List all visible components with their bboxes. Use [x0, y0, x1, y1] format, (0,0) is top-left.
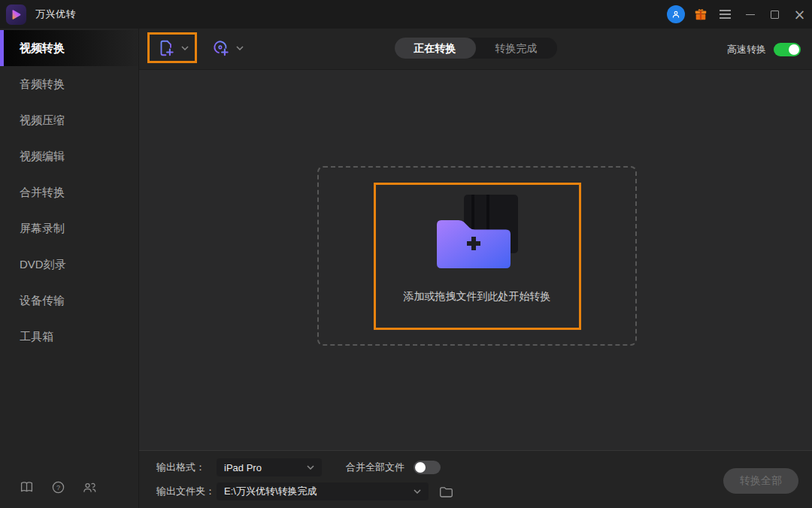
chevron-down-icon: [236, 46, 244, 50]
add-disc-icon: [211, 38, 231, 58]
app-title: 万兴优转: [35, 8, 76, 21]
sidebar-item-video-compress[interactable]: 视频压缩: [0, 102, 138, 138]
minimize-button[interactable]: [738, 0, 762, 29]
sidebar-item-toolbox[interactable]: 工具箱: [0, 319, 138, 355]
titlebar-left: 万兴优转: [0, 5, 76, 25]
sidebar: 视频转换 音频转换 视频压缩 视频编辑 合并转换 屏幕录制 DVD刻录 设备传输…: [0, 29, 139, 508]
account-avatar-icon[interactable]: [663, 0, 688, 29]
sidebar-footer: ?: [19, 479, 97, 494]
output-format-row: 输出格式： iPad Pro 合并全部文件: [139, 458, 812, 476]
high-speed-toggle[interactable]: [774, 43, 801, 56]
sidebar-item-label: 视频编辑: [20, 150, 65, 164]
main-row: 视频转换 音频转换 视频压缩 视频编辑 合并转换 屏幕录制 DVD刻录 设备传输…: [0, 29, 812, 508]
browse-folder-icon[interactable]: [439, 485, 453, 498]
sidebar-item-merge-convert[interactable]: 合并转换: [0, 174, 138, 210]
output-folder-select[interactable]: E:\万兴优转\转换完成: [217, 482, 429, 500]
output-folder-value: E:\万兴优转\转换完成: [224, 485, 317, 498]
convert-status-tabs: 正在转换 转换完成: [395, 38, 557, 59]
chevron-down-icon: [181, 46, 189, 50]
add-file-icon: [156, 38, 176, 58]
toolbar: 正在转换 转换完成 高速转换: [139, 29, 812, 70]
app-window: 万兴优转: [0, 0, 812, 508]
tab-converting[interactable]: 正在转换: [395, 38, 476, 59]
sidebar-item-video-convert[interactable]: 视频转换: [0, 30, 138, 66]
tab-finished[interactable]: 转换完成: [476, 38, 557, 59]
output-folder-row: 输出文件夹： E:\万兴优转\转换完成: [139, 482, 812, 500]
hamburger-menu-icon[interactable]: [713, 0, 738, 29]
sidebar-item-video-edit[interactable]: 视频编辑: [0, 138, 138, 174]
sidebar-item-device-transfer[interactable]: 设备传输: [0, 283, 138, 319]
add-file-button[interactable]: [147, 32, 197, 63]
add-folder-icon: [437, 195, 518, 268]
gift-icon[interactable]: [688, 0, 713, 29]
add-dvd-button[interactable]: [211, 36, 244, 60]
output-format-value: iPad Pro: [224, 462, 262, 473]
chevron-down-icon: [414, 489, 421, 494]
community-icon[interactable]: [82, 479, 97, 494]
sidebar-item-label: 合并转换: [20, 186, 65, 200]
convert-all-button[interactable]: 转换全部: [723, 468, 798, 494]
user-guide-book-icon[interactable]: [19, 479, 34, 494]
sidebar-item-dvd-burn[interactable]: DVD刻录: [0, 246, 138, 283]
maximize-button[interactable]: [762, 0, 787, 29]
sidebar-item-label: 音频转换: [20, 77, 65, 92]
sidebar-item-label: DVD刻录: [20, 258, 66, 272]
app-logo-icon: [6, 5, 26, 25]
titlebar: 万兴优转: [0, 0, 812, 29]
svg-text:?: ?: [56, 483, 59, 491]
high-speed-group: 高速转换: [727, 29, 801, 70]
dropzone-highlight-box: 添加或拖拽文件到此处开始转换: [374, 183, 581, 330]
sidebar-item-label: 工具箱: [20, 330, 53, 344]
sidebar-item-label: 设备传输: [20, 294, 65, 308]
close-button[interactable]: ×: [787, 0, 812, 29]
sidebar-item-label: 屏幕录制: [20, 222, 65, 236]
content-column: 正在转换 转换完成 高速转换: [139, 29, 812, 508]
sidebar-item-audio-convert[interactable]: 音频转换: [0, 66, 138, 102]
bottom-bar: 输出格式： iPad Pro 合并全部文件 输出文件夹： E:\万兴优转\转换完…: [139, 450, 812, 508]
dropzone[interactable]: 添加或拖拽文件到此处开始转换: [317, 166, 637, 346]
merge-all-label: 合并全部文件: [346, 461, 404, 474]
chevron-down-icon: [307, 465, 314, 470]
output-format-label: 输出格式：: [156, 461, 217, 474]
output-format-select[interactable]: iPad Pro: [217, 458, 322, 476]
merge-all-toggle[interactable]: [414, 461, 441, 474]
toggle-knob: [789, 44, 799, 55]
output-folder-label: 输出文件夹：: [156, 485, 217, 498]
dropzone-hint: 添加或拖拽文件到此处开始转换: [404, 290, 551, 304]
main-content: 添加或拖拽文件到此处开始转换: [139, 70, 812, 450]
help-icon[interactable]: ?: [50, 479, 65, 494]
sidebar-item-screen-record[interactable]: 屏幕录制: [0, 210, 138, 246]
sidebar-item-label: 视频转换: [20, 41, 65, 56]
sidebar-item-label: 视频压缩: [20, 113, 65, 128]
toggle-knob: [415, 462, 426, 473]
titlebar-controls: ×: [663, 0, 812, 29]
high-speed-label: 高速转换: [727, 43, 766, 56]
